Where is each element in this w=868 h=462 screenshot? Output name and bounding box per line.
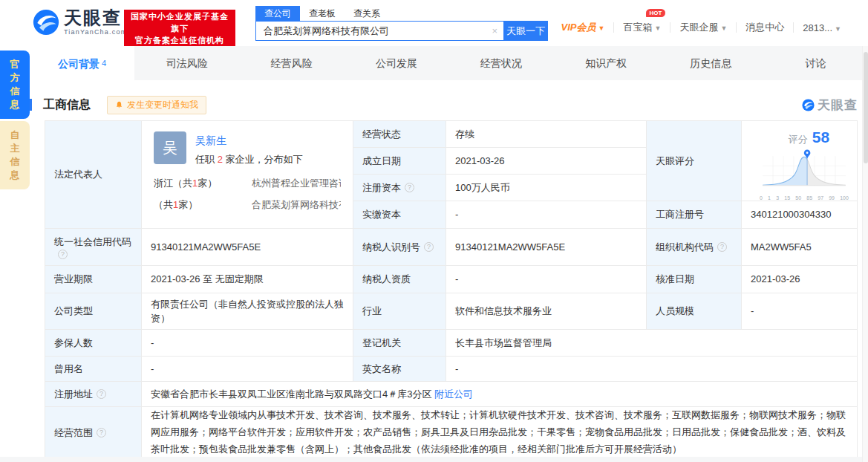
search-button[interactable]: 天眼一下 bbox=[503, 21, 548, 41]
tianyancha-watermark-icon bbox=[802, 99, 815, 111]
legal-rep-name-link[interactable]: 吴新生 bbox=[195, 133, 226, 149]
help-icon[interactable] bbox=[424, 242, 434, 252]
tab-discussion[interactable]: 讨论 bbox=[763, 46, 868, 80]
field-value-staff-size: - bbox=[742, 293, 858, 330]
distribution-company-link[interactable]: 合肥菜划算网络科技有... bbox=[252, 198, 341, 212]
score-caption: 评分 bbox=[789, 134, 808, 145]
search-input[interactable] bbox=[255, 21, 503, 41]
scrollbar-thumb[interactable] bbox=[864, 52, 868, 163]
gov-badge-line2: 官方备案企业征信机构 bbox=[127, 34, 232, 46]
page-scrollbar[interactable] bbox=[862, 46, 868, 462]
field-value-registration-authority: 长丰县市场监督管理局 bbox=[446, 330, 858, 357]
help-icon[interactable] bbox=[405, 183, 414, 192]
vip-menu-item[interactable]: VIP会员▼ bbox=[552, 21, 614, 34]
field-label-reg-number: 工商注册号 bbox=[647, 201, 742, 229]
sidebar-tab-official-info[interactable]: 官方信息 bbox=[0, 51, 30, 119]
field-value-taxpayer-quality: - bbox=[446, 266, 647, 293]
tab-company-background[interactable]: 公司背景4 bbox=[30, 46, 134, 80]
clear-search-icon[interactable]: × bbox=[492, 25, 497, 36]
distribution-region: 浙江（共1家） bbox=[154, 176, 252, 191]
nearby-companies-link[interactable]: 附近公司 bbox=[434, 387, 473, 402]
legal-rep-tenure: 任职 2 家企业，分布如下 bbox=[195, 152, 302, 167]
search-area: 查公司 查老板 查关系 × 天眼一下 bbox=[255, 6, 548, 41]
legal-rep-distribution: 浙江（共1家） 杭州普程企业管理咨询... （共1家） 合肥菜划算网络科技有..… bbox=[154, 176, 341, 212]
logo-domain: TianYanCha.com bbox=[64, 28, 127, 36]
top-menu: VIP会员▼ HOT 百宝箱▼ 天眼企服▼ 消息中心 2813...▼ bbox=[552, 21, 850, 34]
tab-intellectual-property[interactable]: 知识产权 bbox=[554, 46, 659, 80]
field-value-business-term: 2021-03-26 至 无固定期限 bbox=[142, 266, 353, 293]
field-label-business-scope: 经营范围 bbox=[45, 407, 142, 459]
chevron-down-icon: ▼ bbox=[598, 25, 605, 32]
help-icon[interactable] bbox=[97, 428, 106, 437]
tab-count-badge: 4 bbox=[102, 59, 106, 68]
field-value-company-type: 有限责任公司（非自然人投资或控股的法人独资） bbox=[142, 293, 353, 330]
hot-badge: HOT bbox=[646, 9, 666, 17]
search-tab-relation[interactable]: 查关系 bbox=[345, 6, 389, 21]
field-label-legal-representative: 法定代表人 bbox=[45, 121, 142, 229]
tab-operating-risk[interactable]: 经营风险 bbox=[239, 46, 344, 80]
government-certification-badge: 国家中小企业发展子基金旗下 官方备案企业征信机构 bbox=[124, 10, 235, 47]
tianyan-score-cell: 评分58 0131550859799100 bbox=[742, 121, 858, 201]
search-tabs: 查公司 查老板 查关系 bbox=[255, 6, 548, 21]
field-label-company-type: 公司类型 bbox=[45, 293, 142, 330]
distribution-region: （共1家） bbox=[154, 198, 252, 212]
score-value: 58 bbox=[812, 128, 829, 146]
field-value-business-status: 存续 bbox=[446, 121, 647, 148]
tab-history-info[interactable]: 历史信息 bbox=[659, 46, 763, 80]
field-value-industry: 软件和信息技术服务业 bbox=[446, 293, 647, 330]
field-label-org-code: 组织机构代码 bbox=[647, 229, 742, 266]
field-label-former-name: 曾用名 bbox=[45, 357, 142, 382]
field-label-taxpayer-id: 纳税人识别号 bbox=[353, 229, 446, 266]
sidebar-tab-self-info[interactable]: 自主信息 bbox=[0, 121, 30, 189]
field-label-business-status: 经营状态 bbox=[353, 121, 446, 148]
score-distribution-chart bbox=[760, 149, 849, 190]
section-title: 工商信息 bbox=[43, 97, 91, 113]
field-label-insured-count: 参保人数 bbox=[45, 330, 142, 357]
field-value-registered-address: 安徽省合肥市长丰县双凤工业区淮南北路与双凤路交口4＃库3分区 附近公司 bbox=[142, 382, 858, 407]
field-label-establish-date: 成立日期 bbox=[353, 148, 446, 175]
notify-on-change-button[interactable]: 发生变更时通知我 bbox=[107, 96, 206, 114]
field-label-english-name: 英文名称 bbox=[353, 357, 446, 382]
help-icon[interactable] bbox=[97, 389, 106, 399]
field-value-business-scope: 在计算机网络专业领域内从事技术开发、技术咨询、技术服务、技术转让；计算机软硬件技… bbox=[142, 407, 858, 459]
field-value-reg-number: 340121000304330 bbox=[742, 201, 858, 229]
page-header: 天眼查 TianYanCha.com 国家中小企业发展子基金旗下 官方备案企业征… bbox=[0, 0, 868, 46]
logo-title: 天眼查 bbox=[64, 9, 127, 27]
field-label-approval-date: 核准日期 bbox=[647, 266, 742, 293]
message-center-menu-item[interactable]: 消息中心 bbox=[737, 21, 793, 34]
section-accent-bar bbox=[30, 99, 32, 111]
tab-operating-status[interactable]: 经营状况 bbox=[449, 46, 554, 80]
field-label-registered-capital: 注册资本 bbox=[353, 175, 446, 201]
help-icon[interactable] bbox=[717, 242, 727, 252]
account-menu-item[interactable]: 2813...▼ bbox=[794, 22, 850, 33]
search-tab-company[interactable]: 查公司 bbox=[255, 6, 300, 21]
business-info-table: 法定代表人 吴 吴新生 任职 2 家企业，分布如下 浙江（共1家） 杭州普程企业… bbox=[45, 120, 858, 459]
legal-representative-cell: 吴 吴新生 任职 2 家企业，分布如下 浙江（共1家） 杭州普程企业管理咨询..… bbox=[142, 121, 353, 229]
field-label-tianyan-score: 天眼评分 bbox=[647, 121, 742, 201]
help-icon[interactable] bbox=[58, 250, 68, 259]
page-bottom-strip bbox=[0, 457, 868, 462]
field-value-english-name: - bbox=[446, 357, 858, 382]
field-value-approval-date: 2021-03-26 bbox=[742, 266, 858, 293]
bell-icon bbox=[115, 101, 123, 109]
legal-rep-avatar[interactable]: 吴 bbox=[154, 131, 186, 164]
field-label-credit-code: 统一社会信用代码 bbox=[45, 229, 142, 266]
tenure-count: 2 bbox=[218, 154, 223, 165]
tab-company-development[interactable]: 公司发展 bbox=[344, 46, 448, 80]
field-label-industry: 行业 bbox=[353, 293, 446, 330]
field-label-business-term: 营业期限 bbox=[45, 266, 142, 293]
search-tab-boss[interactable]: 查老板 bbox=[300, 6, 345, 21]
field-value-credit-code: 91340121MA2WW5FA5E bbox=[142, 229, 353, 266]
tab-judicial-risk[interactable]: 司法风险 bbox=[134, 46, 239, 80]
toolbox-menu-item[interactable]: HOT 百宝箱▼ bbox=[614, 21, 670, 34]
field-value-taxpayer-id: 91340121MA2WW5FA5E bbox=[446, 229, 647, 266]
company-nav-tabs: 公司背景4 司法风险 经营风险 公司发展 经营状况 知识产权 历史信息 讨论 bbox=[30, 46, 868, 80]
enterprise-service-menu-item[interactable]: 天眼企服▼ bbox=[670, 21, 736, 34]
field-label-taxpayer-quality: 纳税人资质 bbox=[353, 266, 446, 293]
field-label-registration-authority: 登记机关 bbox=[353, 330, 446, 357]
field-value-former-name: - bbox=[142, 357, 353, 382]
tianyancha-logo[interactable]: 天眼查 TianYanCha.com bbox=[33, 9, 127, 36]
distribution-company-link[interactable]: 杭州普程企业管理咨询... bbox=[252, 176, 341, 191]
tianyancha-watermark: 天眼查 bbox=[802, 97, 858, 114]
field-value-registered-capital: 100万人民币 bbox=[446, 175, 647, 201]
